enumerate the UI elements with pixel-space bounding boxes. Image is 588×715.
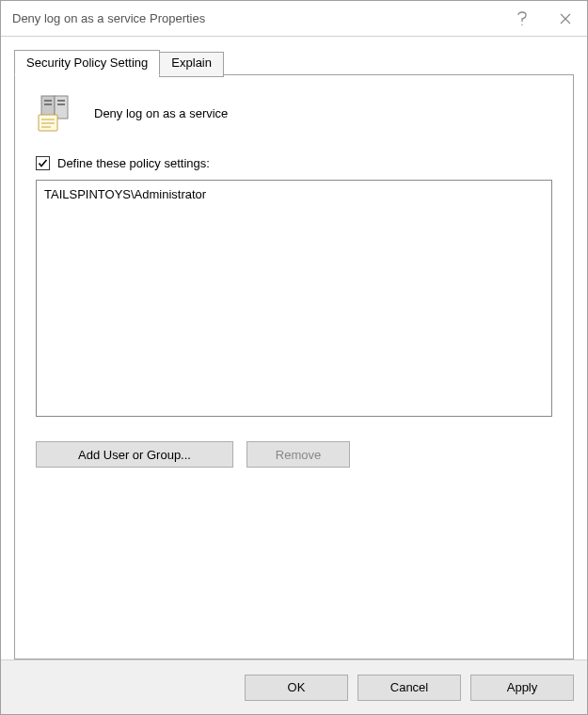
close-button[interactable] (544, 1, 587, 37)
tab-strip: Security Policy Setting Explain (14, 50, 574, 75)
dialog-button-row: OK Cancel Apply (1, 659, 587, 714)
svg-rect-2 (44, 100, 52, 102)
help-button[interactable] (501, 1, 544, 37)
tab-panel-security: Deny log on as a service Define these po… (14, 74, 574, 659)
svg-rect-3 (44, 103, 52, 105)
tab-security-policy-setting[interactable]: Security Policy Setting (14, 50, 160, 75)
window-title: Deny log on as a service Properties (12, 11, 501, 25)
panel-button-row: Add User or Group... Remove (36, 441, 552, 468)
list-item[interactable]: TAILSPINTOYS\Administrator (44, 186, 544, 202)
ok-button[interactable]: OK (245, 675, 348, 701)
svg-rect-5 (57, 103, 65, 105)
add-user-or-group-button[interactable]: Add User or Group... (36, 441, 233, 468)
policy-members-listbox[interactable]: TAILSPINTOYS\Administrator (36, 180, 552, 417)
policy-header: Deny log on as a service (36, 92, 552, 134)
define-policy-checkbox[interactable] (36, 156, 50, 170)
titlebar: Deny log on as a service Properties (1, 1, 587, 37)
policy-icon (36, 92, 77, 134)
policy-title: Deny log on as a service (94, 106, 228, 120)
svg-rect-4 (57, 100, 65, 102)
cancel-button[interactable]: Cancel (358, 675, 461, 701)
remove-button: Remove (246, 441, 350, 468)
tab-explain[interactable]: Explain (159, 52, 224, 77)
define-policy-label: Define these policy settings: (57, 156, 210, 170)
dialog-content: Security Policy Setting Explain Deny (1, 37, 587, 659)
apply-button[interactable]: Apply (470, 675, 574, 701)
define-policy-checkbox-row: Define these policy settings: (36, 156, 552, 170)
